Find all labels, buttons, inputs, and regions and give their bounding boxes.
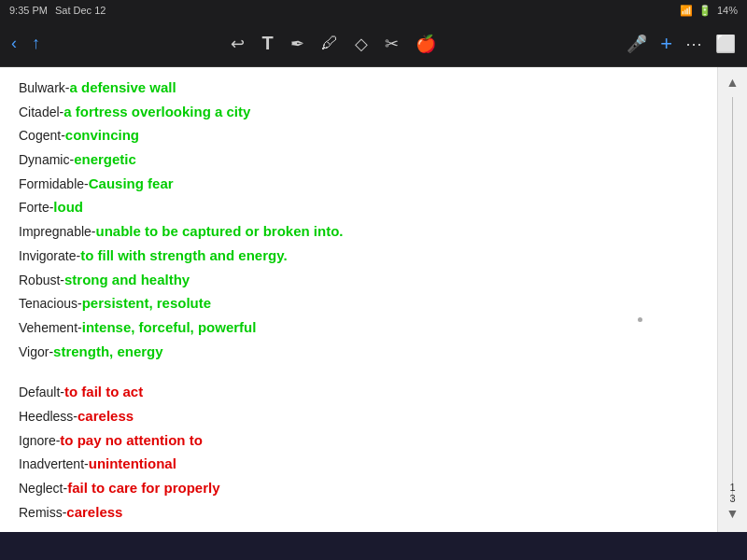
red-vocab-section: Default-to fail to actHeedless-carelessI…: [19, 381, 698, 523]
word-label: Impregnable-: [19, 222, 96, 243]
definition-text: strong and healthy: [64, 269, 190, 290]
dot-marker: [638, 317, 642, 322]
word-label: Default-: [19, 383, 64, 403]
definition-text: convincing: [65, 124, 139, 146]
list-item: Cogent-convincing: [19, 124, 698, 147]
word-label: Citadel-: [19, 103, 63, 123]
word-label: Invigorate-: [19, 246, 80, 267]
word-label: Formidable-: [19, 175, 89, 195]
more-button[interactable]: ⋯: [685, 34, 702, 54]
word-label: Forte-: [19, 198, 53, 218]
list-item: Tenacious-persistent, resolute: [19, 292, 698, 315]
definition-text: to pay no attention to: [60, 429, 202, 451]
list-item: Robust-strong and healthy: [19, 269, 698, 291]
notes-area: Bulwark-a defensive wallCitadel-a fortre…: [0, 67, 717, 532]
definition-text: a fortress overlooking a city: [63, 101, 250, 122]
list-item: Impregnable-unable to be captured or bro…: [19, 220, 698, 243]
word-label: Vigor-: [19, 343, 53, 363]
word-label: Tenacious-: [19, 294, 82, 315]
scroll-down-arrow[interactable]: ▼: [726, 506, 740, 521]
list-item: Forte-loud: [19, 196, 698, 218]
page-number: 1 3: [729, 482, 735, 504]
date: Sat Dec 12: [55, 5, 106, 16]
mic-button[interactable]: 🎤: [627, 34, 647, 54]
list-item: Vigor-strength, energy: [19, 341, 698, 363]
back-button[interactable]: ‹: [11, 34, 17, 53]
definition-text: fail to care for properly: [67, 477, 219, 498]
undo-button[interactable]: ↩: [231, 34, 245, 54]
list-item: Formidable-Causing fear: [19, 173, 698, 195]
eraser-tool-button[interactable]: 🍎: [416, 34, 436, 54]
word-label: Dynamic-: [19, 150, 74, 171]
status-bar: 9:35 PM Sat Dec 12 📶 🔋 14%: [0, 0, 747, 21]
definition-text: intense, forceful, powerful: [82, 316, 257, 338]
scroll-track: [732, 97, 733, 502]
list-item: Bulwark-a defensive wall: [19, 77, 698, 99]
scissors-tool-button[interactable]: ✂: [385, 34, 399, 54]
shape-tool-button[interactable]: ◇: [355, 34, 368, 54]
list-item: Neglect-fail to care for properly: [19, 477, 698, 499]
battery-level: 14%: [717, 5, 738, 16]
definition-text: unable to be captured or broken into.: [96, 220, 344, 242]
definition-text: persistent, resolute: [82, 292, 211, 314]
marker-tool-button[interactable]: 🖊: [321, 34, 338, 53]
word-label: Robust-: [19, 271, 64, 291]
share-button[interactable]: ↑: [32, 34, 40, 53]
content-wrapper: Bulwark-a defensive wallCitadel-a fortre…: [0, 67, 747, 532]
list-item: Vehement-intense, forceful, powerful: [19, 316, 698, 339]
list-item: Ignore-to pay no attention to: [19, 429, 698, 452]
word-label: Remiss-: [19, 503, 66, 524]
pen-tool-button[interactable]: ✒: [290, 34, 304, 54]
list-item: Dynamic-energetic: [19, 148, 698, 171]
status-right: 📶 🔋 14%: [680, 5, 738, 17]
definition-text: careless: [78, 405, 134, 427]
wifi-icon: 📶: [680, 5, 693, 17]
definition-text: strength, energy: [53, 341, 163, 362]
definition-text: a defensive wall: [69, 77, 176, 98]
definition-text: careless: [66, 501, 122, 523]
definition-text: to fill with strength and energy.: [80, 245, 287, 266]
text-tool-button[interactable]: T: [261, 33, 273, 54]
toolbar-right: 🎤 + ⋯ ⬜: [627, 32, 736, 56]
toolbar: ‹ ↑ ↩ T ✒ 🖊 ◇ ✂ 🍎 🎤 + ⋯ ⬜: [0, 21, 747, 67]
word-label: Neglect-: [19, 479, 67, 499]
view-button[interactable]: ⬜: [715, 34, 736, 54]
list-item: Heedless-careless: [19, 405, 698, 427]
word-label: Inadvertent-: [19, 455, 89, 475]
list-item: Citadel-a fortress overlooking a city: [19, 101, 698, 123]
right-panel: ▲ 1 3 ▼: [717, 67, 747, 532]
word-label: Cogent-: [19, 126, 65, 147]
battery-icon: 🔋: [698, 5, 712, 17]
definition-text: to fail to act: [64, 381, 143, 402]
green-vocab-section: Bulwark-a defensive wallCitadel-a fortre…: [19, 77, 698, 362]
list-item: Remiss-careless: [19, 501, 698, 524]
word-label: Vehement-: [19, 318, 82, 339]
definition-text: energetic: [74, 148, 136, 170]
list-item: Inadvertent-unintentional: [19, 453, 698, 475]
list-item: Invigorate-to fill with strength and ene…: [19, 245, 698, 267]
word-label: Heedless-: [19, 407, 78, 427]
add-button[interactable]: +: [660, 32, 672, 56]
time: 9:35 PM: [9, 5, 48, 16]
definition-text: unintentional: [89, 453, 176, 474]
toolbar-center: ↩ T ✒ 🖊 ◇ ✂ 🍎: [231, 33, 435, 54]
definition-text: Causing fear: [89, 173, 174, 194]
scroll-up-arrow[interactable]: ▲: [726, 75, 740, 90]
definition-text: loud: [53, 196, 83, 217]
word-label: Ignore-: [19, 431, 60, 452]
status-left: 9:35 PM Sat Dec 12: [9, 5, 106, 16]
toolbar-left: ‹ ↑: [11, 34, 40, 53]
list-item: Default-to fail to act: [19, 381, 698, 403]
word-label: Bulwark-: [19, 78, 69, 99]
